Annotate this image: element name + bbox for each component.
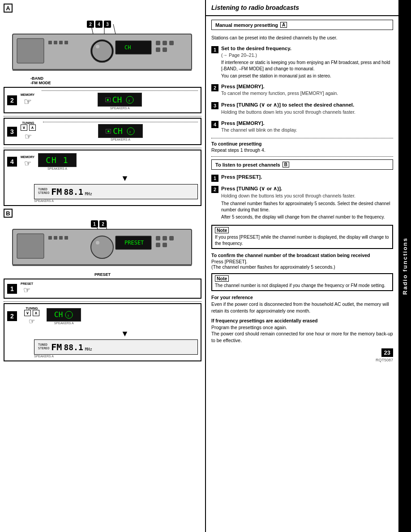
step-4: 4 Press [MEMORY]. The channel will blink… <box>211 120 393 135</box>
svg-rect-35 <box>163 236 167 240</box>
svg-rect-13 <box>169 41 174 45</box>
erase-text1: Program the presettings once again. <box>211 324 393 331</box>
note-label-2: Note <box>215 275 229 282</box>
step-3-number: 3 <box>211 102 218 109</box>
radio-functions-label: Radio functions <box>402 237 408 295</box>
step-3: 3 Press [TUNING (∨ or ∧)] to select the … <box>211 102 393 117</box>
svg-rect-29 <box>64 236 68 240</box>
dotted-divider-2 <box>211 156 393 157</box>
svg-text:PRESET: PRESET <box>124 240 144 246</box>
tuning-down-b2[interactable]: ∨ <box>24 310 31 316</box>
preset-label-below: PRESET <box>94 272 111 277</box>
badge-3: 3 <box>104 21 111 28</box>
memory-label-2: MEMORY <box>21 93 34 96</box>
confirm-text: Press [PRESET]. <box>211 259 393 264</box>
step-1-number: 1 <box>211 46 218 53</box>
confirm-heading: To confirm the channel number of the bro… <box>211 253 393 258</box>
svg-text:CH: CH <box>124 44 131 51</box>
badge-2: 2 <box>87 21 94 28</box>
svg-rect-16 <box>13 69 192 71</box>
tuning-up-3[interactable]: ∧ <box>29 124 36 131</box>
svg-rect-25 <box>17 234 44 258</box>
section-b-letter-badge: B <box>283 162 289 167</box>
note-text-2: The channel number is not displayed if y… <box>215 283 390 289</box>
preset-label-b1: PRESET <box>21 282 33 285</box>
b-step-2-title: Press [TUNING (∨ or ∧)]. <box>221 185 393 192</box>
svg-rect-36 <box>169 236 174 240</box>
section-a-box: Manual memory presetting A <box>211 20 393 30</box>
svg-rect-3 <box>54 41 57 44</box>
svg-rect-11 <box>156 41 160 45</box>
intro-text: Stations can be preset into the desired … <box>211 34 393 41</box>
section-a-letter-badge: A <box>280 22 287 28</box>
dotted-divider-1 <box>211 138 393 138</box>
b-step-2-extra1: The channel number flashes for approxima… <box>221 201 393 213</box>
step-1-extra1: If interference or static is keeping you… <box>221 60 393 72</box>
left-step-b1: 1 PRESET ☞ <box>4 279 201 299</box>
svg-point-31 <box>96 241 99 245</box>
erase-heading: If frequency presettings are accidentall… <box>211 318 393 323</box>
step-1-sub: (→ Page 20–21.) <box>221 52 393 59</box>
fm-freq: 88.1 <box>64 187 83 197</box>
badge-b1: 1 <box>91 220 98 227</box>
fm-freq-b: 88.1 <box>64 343 83 352</box>
step-4-title: Press [MEMORY]. <box>221 120 393 126</box>
tuning-up-b2[interactable]: ∧ <box>33 310 39 316</box>
step-b2-number: 2 <box>7 311 17 321</box>
svg-point-7 <box>92 41 112 61</box>
display-ch-b2: CH <box>54 310 63 319</box>
svg-rect-15 <box>163 47 167 52</box>
step-2-title: Press [MEMORY]. <box>221 84 393 89</box>
confirm-sub: (The channel number flashes for approxim… <box>211 264 393 270</box>
step-4-number: 4 <box>211 121 218 128</box>
section-a-label: A <box>4 4 13 13</box>
tuning-down-3[interactable]: ∨ <box>21 124 27 131</box>
display-ch-2: CH <box>112 95 122 104</box>
step-3-title: Press [TUNING (∨ or ∧)] to select the de… <box>221 102 393 108</box>
continue-text: Repeat steps 1 through 4. <box>211 147 393 153</box>
ref-section: For your reference Even if the power cor… <box>211 295 393 314</box>
step-1-title: Set to the desired frequency. <box>221 46 393 51</box>
note-box-2: Note The channel number is not displayed… <box>211 273 393 291</box>
right-content: Manual memory presetting A Stations can … <box>206 16 398 366</box>
fm-text: FM <box>51 186 62 197</box>
hand-icon-3: ☞ <box>25 132 32 142</box>
fm-mode-label: -FM MODE <box>30 81 201 85</box>
svg-point-8 <box>96 45 99 48</box>
b-step-2-sub: Holding down the buttons lets you scroll… <box>221 193 393 199</box>
erase-section: If frequency presettings are accidentall… <box>211 318 393 344</box>
hand-icon-4: ☞ <box>24 159 31 168</box>
hand-icon-2: ☞ <box>24 96 32 107</box>
svg-rect-39 <box>13 264 192 266</box>
svg-text:↕: ↕ <box>129 130 131 134</box>
badge-4: 4 <box>95 21 103 28</box>
hand-icon-b1: ☞ <box>23 285 30 295</box>
svg-rect-9 <box>116 41 151 54</box>
step2-number: 2 <box>7 95 17 105</box>
device-diagram-a: CH <box>4 21 201 74</box>
speakers-label-4: SPEAKERS A <box>47 167 67 170</box>
continue-box: To continue presetting Repeat steps 1 th… <box>211 141 393 153</box>
step-2-number: 2 <box>211 84 218 91</box>
svg-rect-27 <box>54 236 57 240</box>
continue-heading: To continue presetting <box>211 141 393 146</box>
step-4-sub: The channel will blink on the display. <box>221 127 393 133</box>
band-label: -BAND <box>30 76 201 81</box>
left-step-b2: 2 TUNING ∨ ∧ ☞ CH ↕ SPEAKERS A <box>4 303 201 361</box>
svg-rect-2 <box>48 41 52 44</box>
page-title: Listening to radio broadcasts <box>211 4 299 11</box>
svg-rect-38 <box>163 243 167 247</box>
b-step-2: 2 Press [TUNING (∨ or ∧)]. Holding down … <box>211 185 393 221</box>
svg-rect-1 <box>17 39 44 63</box>
ref-text: Even if the power cord is disconnected f… <box>211 301 393 314</box>
svg-rect-4 <box>59 41 63 44</box>
step-b1-number: 1 <box>7 284 17 294</box>
left-step-2: 2 MEMORY ☞ ▪ CH ↕ SPEAKERS A <box>4 87 201 113</box>
arrow-down-b2: ▼ <box>7 329 198 339</box>
fm-text-b: FM <box>51 342 62 352</box>
stereo-label-b: STEREO <box>38 347 49 351</box>
fm-unit-b: MHz <box>85 347 92 352</box>
svg-rect-5 <box>64 41 68 44</box>
step-1-extra2: You can preset the station in monaural j… <box>221 73 393 79</box>
fm-display-b: TUNED STEREO FM 88.1 MHz <box>34 339 198 355</box>
